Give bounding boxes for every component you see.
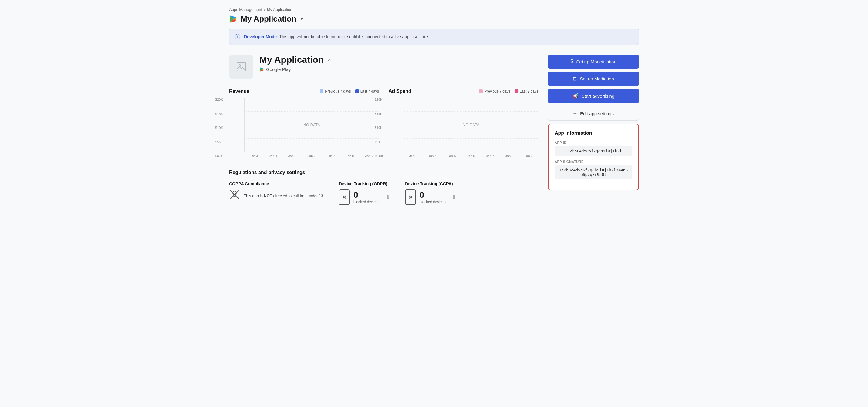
app-id-value: 1a2b3c4d5e6f7g8h9i0j1k2l: [555, 146, 632, 155]
app-dropdown-arrow[interactable]: ▾: [301, 16, 303, 22]
revenue-no-data: NO DATA: [303, 123, 320, 127]
monetization-label: Set up Monetization: [576, 59, 616, 64]
breadcrumb: Apps Management / My Application: [229, 7, 639, 12]
svg-rect-4: [237, 62, 246, 71]
banner-message: This app will not be able to monetize un…: [279, 34, 429, 39]
page-title: My Application: [241, 14, 297, 24]
coppa-svg-icon: [229, 189, 240, 200]
info-icon: ⓘ: [235, 33, 240, 40]
adspend-no-data: NO DATA: [463, 123, 479, 127]
app-signature-value: 1a2b3c4d5e6f7g8h9i0j1k2l3m4n5o6p7q8r9s0t: [555, 165, 632, 179]
gdpr-count: 0: [353, 190, 379, 200]
setup-mediation-button[interactable]: ⊞ Set up Mediation: [548, 71, 639, 86]
coppa-content: This app is NOT directed to children und…: [229, 189, 324, 202]
advertising-label: Start advertising: [582, 93, 614, 98]
revenue-legend-last: Last 7 days: [355, 89, 379, 93]
ccpa-stats: 0 blocked devices: [420, 190, 445, 204]
edit-app-settings-button[interactable]: ✏ Edit app settings: [548, 106, 639, 121]
svg-point-5: [239, 65, 241, 66]
adspend-prev-label: Previous 7 days: [484, 89, 510, 93]
grid-line: [245, 111, 379, 112]
breadcrumb-parent[interactable]: Apps Management: [229, 7, 262, 12]
adspend-chart-wrapper: $20K $15K $10K $5K $0.00 NO DATA: [389, 98, 538, 158]
revenue-x-labels: Jan 3 Jan 4 Jan 5 Jan 6 Jan 7 Jan 8 Jan …: [244, 154, 379, 158]
revenue-last-dot: [355, 89, 359, 93]
grid-line: [245, 98, 379, 98]
app-name-area: My Application ↗ Google Play: [259, 55, 331, 72]
adspend-chart-legend: Previous 7 days Last 7 days: [479, 89, 538, 93]
ccpa-label: Device Tracking (CCPA): [405, 181, 457, 186]
regulations-row: COPPA Compliance: [229, 181, 538, 205]
edit-icon: ✏: [573, 111, 577, 116]
left-content: My Application ↗ Google Play: [229, 55, 538, 205]
ccpa-content: ✕ 0 blocked devices ⬇: [405, 189, 457, 205]
app-info-card-title: App information: [555, 130, 632, 136]
ccpa-download-icon[interactable]: ⬇: [452, 194, 457, 201]
banner-text: Developer Mode: This app will not be abl…: [244, 34, 429, 39]
ccpa-device-x-icon: ✕: [408, 195, 412, 200]
regulations-section: Regulations and privacy settings COPPA C…: [229, 170, 538, 205]
charts-row: Revenue Previous 7 days Last 7 days: [229, 89, 538, 158]
regulations-title: Regulations and privacy settings: [229, 170, 538, 175]
gdpr-unit: blocked devices: [353, 200, 379, 204]
svg-point-10: [233, 191, 237, 195]
external-link-icon[interactable]: ↗: [327, 57, 331, 63]
edit-label: Edit app settings: [580, 111, 614, 116]
revenue-chart-legend: Previous 7 days Last 7 days: [320, 89, 379, 93]
app-name-display: My Application ↗: [259, 55, 331, 65]
gdpr-download-icon[interactable]: ⬇: [385, 194, 390, 201]
app-header: My Application ▾: [229, 14, 639, 24]
coppa-icon: [229, 189, 240, 202]
ccpa-unit: blocked devices: [420, 200, 445, 204]
revenue-last-label: Last 7 days: [360, 89, 379, 93]
adspend-chart-area: NO DATA: [404, 98, 538, 152]
grid-line: [404, 138, 538, 139]
app-information-card: App information APP ID 1a2b3c4d5e6f7g8h9…: [548, 124, 639, 190]
gdpr-item: Device Tracking (GDPR) ✕ 0 blocked devic…: [339, 181, 390, 205]
app-icon-placeholder: [229, 55, 253, 79]
adspend-chart: Ad Spend Previous 7 days Last 7 days: [389, 89, 538, 158]
start-advertising-button[interactable]: 📢 Start advertising: [548, 89, 639, 103]
coppa-not-bold: NOT: [264, 194, 272, 198]
gdpr-content: ✕ 0 blocked devices ⬇: [339, 189, 390, 205]
device-x-icon: ✕: [342, 195, 346, 200]
coppa-text: This app is NOT directed to children und…: [244, 193, 324, 199]
grid-line: [404, 98, 538, 98]
adspend-last-dot: [515, 89, 518, 93]
grid-line: [245, 138, 379, 139]
gdpr-label: Device Tracking (GDPR): [339, 181, 390, 186]
adspend-prev-dot: [479, 89, 483, 93]
platform-play-icon: [259, 67, 264, 72]
adspend-y-labels: $20K $15K $10K $5K $0.00: [375, 98, 383, 158]
app-name-text: My Application: [259, 55, 324, 65]
app-platform: Google Play: [259, 67, 331, 72]
app-info-top: My Application ↗ Google Play: [229, 55, 538, 79]
adspend-x-labels: Jan 3 Jan 4 Jan 5 Jan 6 Jan 7 Jan 8 Jan …: [404, 154, 538, 158]
platform-label: Google Play: [266, 67, 291, 72]
adspend-chart-title: Ad Spend: [389, 89, 411, 94]
breadcrumb-sep: /: [264, 7, 265, 12]
grid-line: [404, 111, 538, 112]
coppa-label: COPPA Compliance: [229, 181, 324, 186]
setup-monetization-button[interactable]: $ Set up Monetization: [548, 55, 639, 68]
app-signature-label: APP SIGNATURE: [555, 160, 632, 164]
ccpa-item: Device Tracking (CCPA) ✕ 0 blocked devic…: [405, 181, 457, 205]
google-play-icon: [229, 15, 238, 23]
revenue-prev-dot: [320, 89, 323, 93]
mediation-label: Set up Mediation: [580, 76, 614, 81]
monetization-icon: $: [570, 59, 573, 64]
banner-label: Developer Mode:: [244, 34, 278, 39]
ccpa-count: 0: [420, 190, 445, 200]
coppa-item: COPPA Compliance: [229, 181, 324, 205]
ccpa-device-icon: ✕: [405, 189, 416, 205]
revenue-chart-area: NO DATA: [244, 98, 379, 152]
right-sidebar: $ Set up Monetization ⊞ Set up Mediation…: [548, 55, 639, 205]
gdpr-device-icon: ✕: [339, 189, 350, 205]
app-id-label: APP ID: [555, 141, 632, 144]
mediation-icon: ⊞: [573, 76, 577, 82]
breadcrumb-current: My Application: [267, 7, 292, 12]
adspend-last-label: Last 7 days: [520, 89, 538, 93]
developer-mode-banner: ⓘ Developer Mode: This app will not be a…: [229, 29, 639, 45]
adspend-legend-prev: Previous 7 days: [479, 89, 510, 93]
revenue-prev-label: Previous 7 days: [325, 89, 351, 93]
